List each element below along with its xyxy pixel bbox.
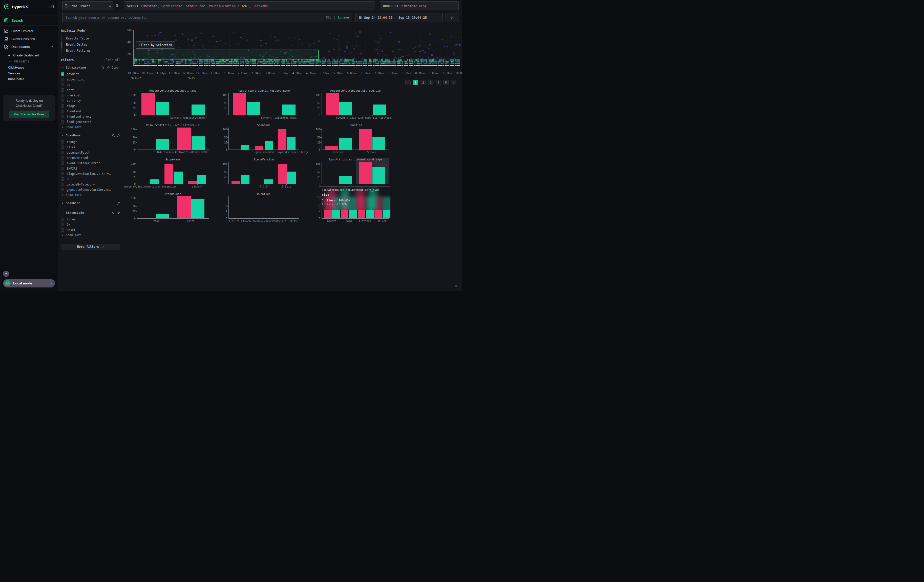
checkbox[interactable] bbox=[61, 110, 64, 113]
filter-option[interactable]: frontend bbox=[61, 109, 120, 114]
load-more-button[interactable]: Load more bbox=[61, 232, 120, 237]
checkbox[interactable] bbox=[61, 172, 64, 175]
checkbox[interactable] bbox=[61, 140, 64, 143]
filter-option[interactable]: documentFetch bbox=[61, 150, 120, 155]
pin-filter-icon[interactable] bbox=[117, 211, 120, 214]
pin-filter-icon[interactable] bbox=[117, 134, 120, 137]
sidebar-item-client-sessions[interactable]: Client Sessions bbox=[0, 35, 58, 43]
checkbox[interactable] bbox=[61, 162, 64, 165]
delta-chart-6[interactable]: SpanKind10050250InternalServer bbox=[312, 124, 396, 157]
sidebar-item-search[interactable]: Search bbox=[0, 15, 58, 26]
presets-toggle[interactable]: PRESETS bbox=[9, 60, 30, 63]
analysis-mode-event-deltas[interactable]: Event Deltas bbox=[61, 41, 120, 48]
sql-mode-toggle[interactable]: SQL bbox=[326, 16, 332, 19]
local-mode-button[interactable]: U Local mode › bbox=[3, 279, 55, 287]
filter-group-header-StatusCode[interactable]: StatusCode bbox=[61, 211, 120, 214]
delta-chart-8[interactable]: ScopeVersion100502500.1.00.51.1 bbox=[219, 158, 303, 191]
filter-option[interactable]: cart bbox=[61, 87, 120, 92]
order-by-input[interactable]: ORDER BY Timestamp DESC bbox=[380, 1, 459, 10]
filter-option[interactable]: grpc.oteldemo.CartServic… bbox=[61, 187, 120, 192]
collapse-sidebar-icon[interactable] bbox=[50, 5, 54, 8]
filter-option[interactable]: frontend-proxy bbox=[61, 114, 120, 119]
checkbox[interactable] bbox=[61, 167, 64, 170]
filter-option[interactable]: ad bbox=[61, 82, 120, 87]
help-button[interactable]: ? bbox=[3, 271, 9, 277]
filter-group-header-SpanKind[interactable]: SpanKind bbox=[61, 201, 120, 205]
prev-page-button[interactable]: ‹ bbox=[405, 80, 411, 85]
filter-option[interactable]: checkout bbox=[61, 92, 120, 98]
page-button-1[interactable]: 1 bbox=[413, 80, 418, 85]
checkbox[interactable] bbox=[61, 104, 64, 107]
filter-option[interactable]: documentLoad bbox=[61, 155, 120, 160]
page-button-2[interactable]: 2 bbox=[421, 80, 426, 85]
page-button-4[interactable]: 4 bbox=[436, 80, 441, 85]
clear-all-filters-button[interactable]: Clear all bbox=[104, 58, 120, 62]
checkbox[interactable] bbox=[61, 145, 64, 149]
sidebar-item-services[interactable]: Services bbox=[8, 72, 20, 75]
sidebar-item-dashboards[interactable]: Dashboards bbox=[0, 42, 58, 51]
data-source-select[interactable]: Demo Traces bbox=[62, 1, 113, 10]
checkbox[interactable] bbox=[61, 120, 64, 124]
filter-option[interactable]: currency bbox=[61, 98, 120, 103]
checkbox[interactable] bbox=[61, 228, 64, 232]
checkbox[interactable] bbox=[61, 88, 64, 92]
filter-group-header-SpanName[interactable]: SpanName bbox=[61, 134, 120, 137]
sidebar-item-kubernetes[interactable]: Kubernetes bbox=[8, 77, 24, 81]
delta-chart-5[interactable]: SpanName10050250grpc.oteldemo.PaymentSer… bbox=[219, 124, 303, 157]
clear-filter-button[interactable]: Clear bbox=[111, 66, 120, 69]
checkbox[interactable] bbox=[61, 218, 64, 221]
checkbox[interactable]: ✓ bbox=[61, 73, 64, 76]
filter-option[interactable]: flagd.evaluation.v1.Serv… bbox=[61, 171, 120, 176]
filter-option[interactable]: flagd bbox=[61, 103, 120, 109]
heatmap-selection-rect[interactable] bbox=[134, 49, 318, 59]
filter-option[interactable]: eventListener.error bbox=[61, 160, 120, 166]
lucene-mode-toggle[interactable]: Lucene bbox=[338, 16, 349, 19]
create-dashboard-button[interactable]: Create Dashboard bbox=[8, 54, 39, 57]
source-settings-gear-icon[interactable]: ⚙ bbox=[116, 3, 119, 8]
run-search-button[interactable]: ▷ bbox=[446, 13, 459, 22]
filter-option[interactable]: ✓payment bbox=[61, 71, 120, 77]
delta-chart-3[interactable]: ResourceAttributes.k8s.pod.uid100502505e… bbox=[312, 89, 396, 122]
filter-option[interactable]: accounting bbox=[61, 77, 120, 82]
filter-option[interactable]: click bbox=[61, 145, 120, 150]
checkbox[interactable] bbox=[61, 115, 64, 118]
sql-select-input[interactable]: SELECT Timestamp, ServiceName, StatusCod… bbox=[124, 1, 375, 10]
show-more-button[interactable]: Show more bbox=[61, 125, 120, 130]
filter-option[interactable]: Error bbox=[61, 217, 120, 222]
checkbox[interactable] bbox=[61, 94, 64, 97]
analysis-mode-results-table[interactable]: Results Table bbox=[61, 35, 120, 41]
filter-option[interactable]: load-generator bbox=[61, 119, 120, 125]
filter-by-selection-button[interactable]: Filter by Selection bbox=[135, 41, 175, 49]
search-filter-icon[interactable] bbox=[101, 66, 104, 69]
filter-option[interactable]: GET bbox=[61, 176, 120, 182]
filter-group-header-ServiceName[interactable]: ServiceNameClear bbox=[61, 66, 120, 69]
delta-chart-1[interactable]: ResourceAttributes.host.name10050250paym… bbox=[128, 89, 211, 122]
page-button-5[interactable]: 5 bbox=[443, 80, 449, 85]
heatmap-plot[interactable] bbox=[133, 30, 461, 66]
next-page-button[interactable]: › bbox=[451, 80, 456, 85]
filter-option[interactable]: change bbox=[61, 139, 120, 145]
filter-option[interactable]: getAdsByCategory bbox=[61, 182, 120, 187]
checkbox[interactable] bbox=[61, 77, 64, 81]
get-started-button[interactable]: Get Started for Free bbox=[9, 110, 49, 118]
delta-chart-10[interactable]: StatusCode10050250ErrorUnset bbox=[128, 192, 211, 226]
show-more-button[interactable]: Show more bbox=[61, 192, 120, 197]
checkbox[interactable] bbox=[61, 151, 64, 154]
more-filters-button[interactable]: More filters bbox=[61, 244, 120, 250]
checkbox[interactable] bbox=[61, 183, 64, 186]
sidebar-item-clickhouse[interactable]: ClickHouse bbox=[8, 66, 24, 69]
checkbox[interactable] bbox=[61, 83, 64, 86]
pin-filter-icon[interactable] bbox=[117, 202, 120, 205]
settings-gear-icon[interactable]: ⚙ bbox=[454, 284, 458, 288]
checkbox[interactable] bbox=[61, 99, 64, 102]
page-button-3[interactable]: 3 bbox=[428, 80, 433, 85]
checkbox[interactable] bbox=[61, 223, 64, 226]
search-input[interactable]: Search your events w/ Lucene ex. column:… bbox=[62, 13, 352, 22]
checkbox[interactable] bbox=[61, 177, 64, 181]
checkbox[interactable] bbox=[61, 188, 64, 191]
sidebar-item-chart-explorer[interactable]: Chart Explorer bbox=[0, 27, 58, 35]
delta-chart-7[interactable]: ScopeName10050250@hyperdx/instrumentatio… bbox=[128, 158, 211, 191]
analysis-mode-event-patterns[interactable]: Event Patterns bbox=[61, 48, 120, 54]
filter-option[interactable]: EXPIRE bbox=[61, 166, 120, 171]
checkbox[interactable] bbox=[61, 156, 64, 160]
